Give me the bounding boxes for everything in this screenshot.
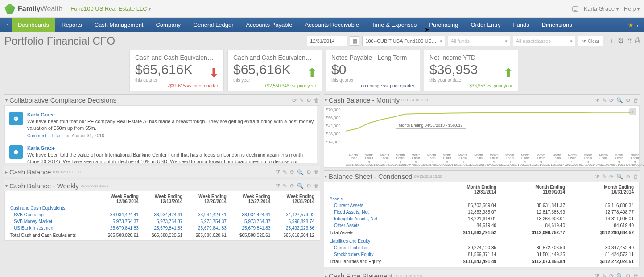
chat-icon[interactable] <box>572 6 578 12</box>
cash-monthly-chart[interactable]: i $70,000 $56,000 $42,000 $28,000 $14,00… <box>324 105 640 168</box>
expand-toggle-icon[interactable]: ▸ <box>325 273 327 277</box>
edit-icon[interactable]: ✎ <box>602 273 607 277</box>
cell[interactable]: 5,973,754.37 <box>228 218 272 225</box>
user-menu[interactable]: Karla Grace ▾ <box>584 5 619 12</box>
gear-icon[interactable]: ⚙ <box>626 174 631 180</box>
cell[interactable]: 5,973,754.37 <box>96 218 140 225</box>
cell[interactable]: 33,934,424.41 <box>96 211 140 218</box>
collapse-toggle-icon[interactable]: ▾ <box>5 98 8 103</box>
feed-author[interactable]: Karla Grace <box>27 145 315 151</box>
expand-toggle-icon[interactable]: ▸ <box>5 170 8 174</box>
caret-down-icon[interactable]: ▾ <box>636 23 639 28</box>
gear-icon[interactable]: ⚙ <box>306 97 311 103</box>
refresh-icon[interactable]: ⟳ <box>290 169 294 175</box>
nav-item-time-expenses[interactable]: Time & Expenses <box>365 18 423 32</box>
calendar-icon[interactable]: ▦ <box>350 36 359 46</box>
edit-icon[interactable]: ✎ <box>299 97 304 103</box>
search-icon[interactable]: 🔍 <box>616 174 623 180</box>
edit-icon[interactable]: ✎ <box>283 183 287 189</box>
cell[interactable]: 25,679,841.83 <box>96 225 140 232</box>
cell[interactable]: 25,679,841.83 <box>228 225 272 232</box>
search-icon[interactable]: 🔍 <box>297 183 304 189</box>
edit-icon[interactable]: ✎ <box>602 97 607 103</box>
section-header[interactable]: Cash and Cash Equivalents <box>8 205 316 211</box>
like-link[interactable]: Like <box>52 133 60 138</box>
nav-item-cash-management[interactable]: Cash Management <box>88 18 150 32</box>
trash-icon[interactable]: 🗑 <box>314 183 319 189</box>
row-label[interactable]: SVB Operating <box>8 211 96 218</box>
filter-icon[interactable]: ⧩ <box>595 174 599 180</box>
gear-icon[interactable]: ⚙ <box>626 273 631 277</box>
gear-icon[interactable]: ⚙ <box>306 183 311 189</box>
context-picker[interactable]: Fund100 US Real Estate LLC ▾ <box>70 5 151 12</box>
refresh-icon[interactable]: ⟳ <box>609 273 614 277</box>
filter-icon[interactable]: ⧩ <box>276 183 280 189</box>
help-menu[interactable]: Help ▾ <box>624 5 640 12</box>
cell[interactable]: 5,973,754.37 <box>140 218 185 225</box>
nav-home[interactable]: ⌂ <box>3 22 12 29</box>
cell[interactable]: 25,492,026.36 <box>272 225 316 232</box>
nav-item-company[interactable]: Company <box>149 18 187 32</box>
share-icon[interactable]: ⇪ <box>627 37 632 46</box>
row-label[interactable]: SVB Money Market <box>8 218 96 225</box>
cell[interactable]: 5,996,898.74 <box>272 218 316 225</box>
row-label[interactable]: Fixed Assets, Net <box>328 209 429 215</box>
kpi-card[interactable]: Cash and Cash Equivalen…$65,616K⬇this qu… <box>129 50 224 91</box>
asof-date-input[interactable] <box>307 36 347 46</box>
trash-icon[interactable]: 🗑 <box>633 174 639 180</box>
entity-select[interactable]: 100--CUBIT USA Fund100 US… <box>362 36 445 46</box>
row-label[interactable]: Intangible Assets, Net <box>328 215 429 222</box>
gear-icon[interactable]: ⚙ <box>306 169 311 175</box>
row-label[interactable]: US Bank Investment <box>8 225 96 232</box>
collapse-toggle-icon[interactable]: ▾ <box>325 98 327 103</box>
filter-icon[interactable]: ⧩ <box>276 169 280 175</box>
trash-icon[interactable]: 🗑 <box>314 169 319 175</box>
feed-author[interactable]: Karla Grace <box>27 112 315 117</box>
filter-icon[interactable]: ⧩ <box>595 273 599 277</box>
search-icon[interactable]: 🔍 <box>616 273 623 277</box>
kpi-card[interactable]: Cash and Cash Equivalen…$65,616K⬆this ye… <box>227 50 322 91</box>
refresh-icon[interactable]: ⟳ <box>609 174 614 180</box>
row-label[interactable]: Stockholders Equity <box>328 251 429 258</box>
add-icon[interactable]: ＋ <box>608 37 615 46</box>
row-label[interactable]: Current Assets <box>328 202 429 209</box>
search-icon[interactable]: 🔍 <box>297 169 304 175</box>
row-label[interactable]: Other Assets <box>328 222 429 229</box>
nav-item-general-ledger[interactable]: General Ledger <box>187 18 239 32</box>
trash-icon[interactable]: 🗑 <box>314 97 319 103</box>
fund-select[interactable]: All funds <box>448 36 510 46</box>
cell[interactable]: 5,973,754.37 <box>184 218 228 225</box>
refresh-icon[interactable]: ⟳ <box>292 97 297 103</box>
trash-icon[interactable]: 🗑 <box>633 97 639 103</box>
nav-item-order-entry[interactable]: Order Entry <box>464 18 507 32</box>
favorite-star-icon[interactable]: ★ <box>628 21 634 29</box>
section-header[interactable]: Assets <box>328 195 636 202</box>
search-icon[interactable]: 🔍 <box>616 97 623 103</box>
gear-icon[interactable]: ⚙ <box>626 97 631 103</box>
comment-link[interactable]: Comment <box>27 133 46 138</box>
edit-icon[interactable]: ✎ <box>283 169 287 175</box>
print-icon[interactable]: ⎙ <box>635 37 640 46</box>
cell[interactable]: 33,934,424.41 <box>140 211 185 218</box>
cell[interactable]: 33,934,424.41 <box>228 211 272 218</box>
nav-item-accounts-receivable[interactable]: Accounts Receivable <box>299 18 365 32</box>
gear-icon[interactable]: ⚙ <box>618 37 624 46</box>
cell[interactable]: 33,934,424.41 <box>184 211 228 218</box>
collapse-toggle-icon[interactable]: ▾ <box>325 174 327 179</box>
trash-icon[interactable]: 🗑 <box>633 273 639 277</box>
collapse-toggle-icon[interactable]: ▾ <box>5 183 8 188</box>
clear-filters-button[interactable]: ⧩Clear <box>578 36 603 46</box>
nav-item-funds[interactable]: Funds <box>507 18 536 32</box>
edit-icon[interactable]: ✎ <box>602 174 607 180</box>
nav-item-purchasing[interactable]: Purchasing <box>423 18 464 32</box>
nav-item-accounts-payable[interactable]: Accounts Payable <box>239 18 298 32</box>
assetclass-select[interactable]: All assetclasses <box>513 36 575 46</box>
cell[interactable]: 34,127,579.02 <box>272 211 316 218</box>
refresh-icon[interactable]: ⟳ <box>609 97 614 103</box>
kpi-card[interactable]: Net Income YTD$36,953⬆this year to date+… <box>424 50 518 91</box>
refresh-icon[interactable]: ⟳ <box>290 183 294 189</box>
nav-item-dashboards[interactable]: Dashboards <box>12 18 55 32</box>
nav-item-reports[interactable]: Reports <box>55 18 88 32</box>
section-header[interactable]: Liabilities and Equity <box>328 238 636 244</box>
cell[interactable]: 25,679,841.83 <box>184 225 228 232</box>
